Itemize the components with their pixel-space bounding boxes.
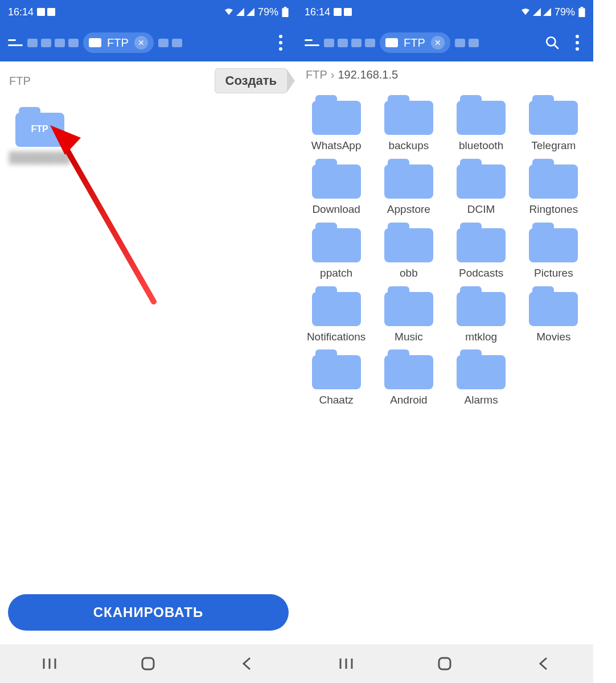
tab-shortcuts[interactable] [324,39,375,47]
svg-rect-13 [581,7,584,8]
folder-item[interactable]: Alarms [447,349,515,406]
folder-item[interactable]: Podcasts [447,223,515,279]
folder-icon [312,349,361,389]
folder-label: Appstore [387,203,430,216]
folder-item[interactable]: WhatsApp [302,95,370,152]
recent-apps-button[interactable] [30,652,69,675]
drive-icon[interactable] [351,39,362,47]
status-time: 16:14 [305,6,330,18]
menu-button[interactable] [6,37,23,48]
scan-button[interactable]: СКАНИРОВАТЬ [8,594,289,631]
chevron-right-icon: › [331,68,335,81]
overflow-menu[interactable] [270,32,291,53]
search-button[interactable] [542,32,562,53]
home-icon[interactable] [324,39,334,47]
cloud2-icon[interactable] [469,39,479,47]
folder-label: WhatsApp [311,139,362,152]
folder-item[interactable]: Android [375,349,442,406]
folder-label: ppatch [320,267,352,279]
folder-item[interactable]: Music [375,286,442,343]
svg-rect-12 [578,8,585,17]
android-navbar [0,644,297,683]
window-icon[interactable] [455,39,465,47]
window-icon[interactable] [158,39,169,47]
folder-icon [457,95,506,135]
folder-icon [529,95,578,135]
folder-icon [457,223,506,262]
cloud-icon[interactable] [41,39,51,47]
folder-item[interactable]: Notifications [302,286,370,343]
active-tab[interactable]: FTP ✕ [380,32,450,53]
tab-shortcuts-right[interactable] [158,39,182,47]
cloud2-icon[interactable] [172,39,182,47]
recent-apps-button[interactable] [326,652,366,675]
drive2-icon[interactable] [365,39,375,47]
folder-icon [384,286,433,326]
folder-icon [312,223,361,262]
screen-right: 16:14 79% FTP ✕ [297,0,593,683]
home-button[interactable] [425,652,465,675]
folder-item[interactable]: mtklog [447,286,515,343]
breadcrumb[interactable]: FTP [9,75,31,88]
home-icon[interactable] [27,39,38,47]
tab-label: FTP [107,36,129,50]
folder-label: Android [390,394,428,406]
folder-icon [529,159,578,199]
wifi-icon [224,8,234,16]
folder-item[interactable]: Movies [520,286,588,343]
search-icon [545,35,560,50]
status-right-icons [224,8,254,16]
folder-label: Ringtones [529,203,578,216]
home-button[interactable] [128,652,168,675]
folder-item[interactable]: bluetooth [447,95,515,152]
status-bar: 16:14 79% [297,0,593,24]
folder-item[interactable]: ppatch [302,223,370,279]
folder-item[interactable]: DCIM [447,159,515,216]
drive-icon[interactable] [55,39,65,47]
crumb-path[interactable]: 192.168.1.5 [338,68,398,81]
close-tab-icon[interactable]: ✕ [134,36,148,50]
folder-item[interactable]: obb [375,223,442,279]
folder-icon [384,159,433,199]
svg-line-15 [554,44,558,49]
menu-button[interactable] [302,37,319,48]
breadcrumb-row: FTP › 192.168.1.5 [297,61,593,88]
ftp-icon [385,38,398,47]
back-button[interactable] [524,652,564,675]
signal-icon [533,8,541,16]
close-tab-icon[interactable]: ✕ [431,36,445,50]
folder-icon [312,159,361,199]
svg-rect-0 [37,8,45,16]
folder-label: ████████ [9,151,71,164]
folder-icon [457,159,506,199]
tab-shortcuts[interactable] [27,39,79,47]
folder-item[interactable]: Appstore [375,159,442,216]
overflow-menu[interactable] [567,32,588,53]
drive2-icon[interactable] [68,39,79,47]
cloud-icon[interactable] [338,39,348,47]
folder-label: Download [312,203,360,216]
folder-ftp[interactable]: FTP ████████ [6,107,73,164]
toolbar: FTP ✕ [0,24,297,61]
back-button[interactable] [227,652,267,675]
folder-item[interactable]: Pictures [520,223,588,279]
status-battery: 79% [258,6,278,18]
folder-label: bluetooth [459,139,503,152]
folder-item[interactable]: Ringtones [520,159,588,216]
svg-rect-9 [142,658,154,669]
folder-label: obb [400,267,418,279]
folder-label: backups [388,139,429,152]
screen-left: 16:14 79% FTP ✕ [0,0,297,683]
tab-shortcuts-right[interactable] [455,39,479,47]
folder-item[interactable]: Download [302,159,370,216]
folder-icon [457,349,506,389]
create-button[interactable]: Создать [215,68,288,93]
active-tab[interactable]: FTP ✕ [83,32,154,53]
crumb-root[interactable]: FTP [306,68,327,81]
folder-item[interactable]: Telegram [520,95,588,152]
folder-item[interactable]: Chaatz [302,349,370,406]
folder-item[interactable]: backups [375,95,442,152]
battery-icon [282,7,289,17]
signal-icon [247,8,254,16]
svg-rect-3 [284,7,287,8]
